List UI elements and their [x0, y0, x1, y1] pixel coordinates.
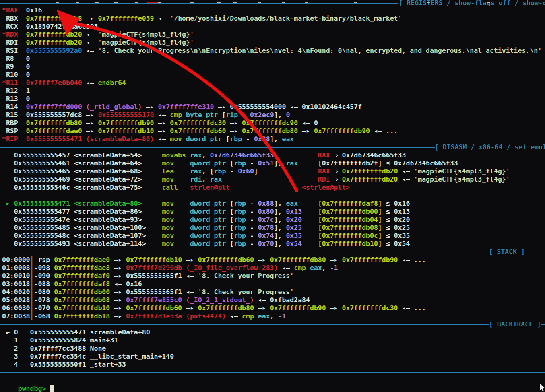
mnemonic: call	[162, 184, 190, 191]
operand-immediate: 0x88	[258, 200, 274, 207]
text-segment: 3	[2, 353, 30, 360]
text-segment: │	[30, 304, 34, 312]
text-segment	[302, 216, 318, 223]
annotation-address: 0x7fffffffdb20	[342, 175, 398, 183]
address: 0x5555555565f1	[126, 272, 182, 280]
clipped-red-underline-fragment	[147, 2, 158, 3]
operand-register: rbp	[234, 224, 246, 231]
address: 0x555555555170	[98, 111, 154, 119]
symbol-address: 0x7ffff7ffd000 (_rtld_global)	[26, 103, 142, 111]
text-segment: ],	[270, 135, 282, 143]
address: 0x7fffffffdb90	[270, 304, 326, 312]
address: 0x555555555477	[14, 208, 70, 215]
operand: dword ptr	[190, 216, 226, 223]
annotation-value: 0x25	[394, 224, 410, 231]
disasm-row-469: 0x555555555469 <scrambleData+72> mov rdi…	[0, 175, 545, 184]
disasm-row-485: 0x555555555485 <scrambleData+100> mov dw…	[0, 224, 545, 232]
text-segment: │	[30, 312, 34, 320]
address: 0x7fffffffe059	[98, 14, 154, 22]
address: 0x7ffff7cc3488	[30, 345, 86, 352]
text-segment	[2, 167, 14, 175]
operand-immediate: 0x35	[286, 232, 302, 239]
register-name: *R11	[2, 79, 26, 87]
text-segment	[86, 328, 90, 336]
stack-panel: 00:0000│ rsp 0x7fffffffdae0 —▸ 0x7ffffff…	[0, 256, 545, 320]
text-segment: -070	[34, 304, 54, 312]
clipped-text-fragment	[258, 2, 261, 3]
annotation-register: RAX	[318, 151, 330, 159]
stack-offset: 01:0008	[2, 264, 30, 272]
address: 0x7fffffffdb08	[54, 296, 110, 304]
stack-row-00: 00:0000│ rsp 0x7fffffffdae0 —▸ 0x7ffffff…	[0, 256, 545, 264]
disasm-row-461: 0x555555555461 <scrambleData+64> mov qwo…	[0, 159, 545, 167]
text-segment: ≤	[382, 232, 394, 239]
operand-register: eax	[286, 200, 298, 207]
disasm-row-457: 0x555555555457 <scrambleData+54> movabs …	[0, 151, 545, 159]
symbol: <scrambleData+64>	[74, 159, 162, 167]
text-segment	[2, 184, 14, 191]
text-segment: ◂—	[110, 280, 126, 288]
stack-row-07: 07:0038│-068 0x7fffffffdb18 —▸ 0x7ffff7d…	[0, 312, 545, 320]
stack-register: rsp	[38, 256, 54, 264]
text-segment	[2, 328, 6, 336]
register-name: *RIP	[2, 135, 26, 143]
clipped-text-fragment	[282, 2, 285, 3]
text-segment: —▸	[110, 312, 126, 320]
text-segment: —▸	[142, 103, 158, 111]
address: 0x7fffffffdb80	[26, 119, 82, 127]
text-segment	[258, 167, 318, 175]
annotation-address: [0x7fffffffdb2f]	[318, 159, 382, 167]
text-segment	[70, 208, 74, 215]
register-row-r8: R8 0	[0, 55, 545, 63]
register-value: 0	[26, 95, 30, 103]
operand: dword ptr	[190, 240, 226, 248]
command-input-line[interactable]: pwndbg>	[0, 377, 545, 385]
clipped-text-fragment	[217, 2, 221, 3]
text-segment: ≤	[382, 224, 394, 231]
annotation-value: 0x35	[394, 232, 410, 239]
operand-immediate: 0x51	[258, 159, 274, 167]
text-segment: ◂—	[154, 111, 170, 119]
register-row-r14: R14 0x7ffff7ffd000 (_rtld_global) —▸ 0x7…	[0, 103, 545, 111]
address: 0x7fffffffdae0	[26, 127, 82, 135]
stack-row-04: 04:0020│-080 0x7fffffffdb00 —▸ 0x5555555…	[0, 288, 545, 296]
backtrace-frame-3: 3 0x7ffff7cc354c __libc_start_main+140	[0, 353, 545, 361]
text-segment	[70, 175, 74, 183]
instruction: endbr64	[98, 79, 126, 87]
text-segment: —▸	[154, 127, 170, 135]
call-target: strlen@plt	[190, 184, 230, 191]
disasm-gap	[0, 192, 545, 200]
text-segment: —▸	[82, 111, 98, 119]
text-segment	[302, 208, 318, 215]
text-segment	[70, 240, 74, 248]
operand-immediate: 0x78	[258, 224, 274, 231]
text-segment: [	[226, 224, 234, 231]
text-segment: —▸	[154, 119, 170, 127]
address: 0x7ffff7cc354c	[30, 353, 86, 360]
text-segment: -	[246, 208, 258, 215]
register-row-r10: R10 0	[0, 71, 545, 79]
address: 0x7fffffffdb60	[170, 127, 226, 135]
address: 0x7fffffffdcb8	[26, 14, 82, 22]
text-segment: │	[30, 256, 38, 264]
string-value: 'magpieCTF{s4mpl3_fl4g}'	[414, 175, 510, 183]
annotation-address: [0x7fffffffdb04]	[318, 216, 382, 223]
text-segment: -068	[34, 312, 54, 320]
address: 0x55555555547e	[14, 216, 70, 223]
address: 0x555555555461	[14, 159, 70, 167]
address: 0x7fffffffdae0	[54, 256, 110, 264]
text-segment: —▸	[110, 264, 126, 272]
text-segment	[86, 361, 90, 368]
terminal[interactable]: [ REGISTERS / show-flags off / show-c *R…	[0, 0, 545, 392]
address: 0x7fffffffdb20	[26, 39, 82, 46]
operand-immediate: -1	[330, 264, 338, 272]
clipped-text-fragment	[487, 2, 490, 3]
text-segment: —▸	[298, 127, 314, 135]
disasm-section-header: [ DISASM / x86-64 / set emul	[0, 143, 545, 151]
symbol: <scrambleData+100>	[74, 224, 162, 231]
mnemonic: mov	[162, 216, 190, 223]
text-segment: —▸	[254, 256, 270, 264]
mnemonic: mov	[162, 232, 190, 239]
annotation-register: RDI	[318, 175, 330, 183]
mouse-pointer-icon	[540, 384, 545, 392]
